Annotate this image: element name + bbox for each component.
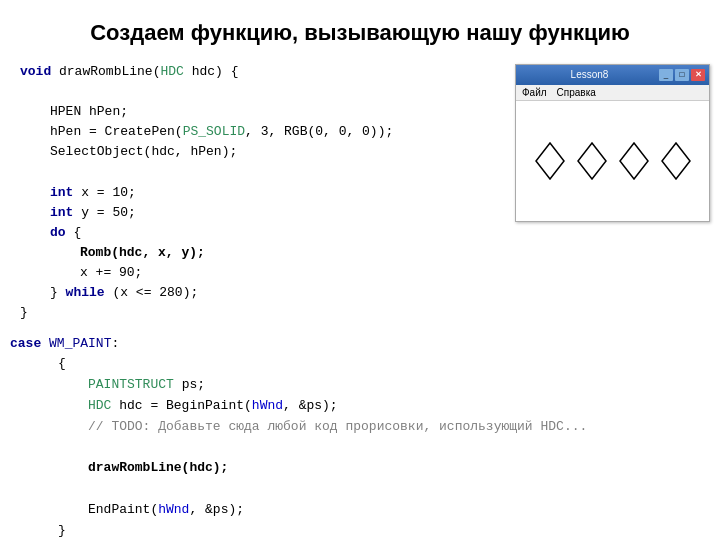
code-bottom-4: HDC hdc = BeginPaint(hWnd, &ps); [10,396,710,417]
code-line-7: do { [20,223,505,243]
code-line-3: hPen = CreatePen(PS_SOLID, 3, RGB(0, 0, … [20,122,505,142]
win-maximize-btn[interactable]: □ [675,69,689,81]
diamond-1 [534,141,566,181]
svg-marker-1 [578,143,606,179]
code-bottom-1: case WM_PAINT: [10,334,710,355]
win-titlebar: Lesson8 _ □ ✕ [516,65,709,85]
code-line-4: SelectObject(hdc, hPen); [20,142,505,162]
code-bottom-8: } [10,521,710,540]
code-line-10: } while (x <= 280); [20,283,505,303]
code-line-blank1 [20,82,505,102]
win-canvas [516,101,709,221]
code-bottom-2: { [10,354,710,375]
preview-window: Lesson8 _ □ ✕ Файл Справка [515,64,710,222]
svg-marker-3 [662,143,690,179]
code-bottom-3: PAINTSTRUCT ps; [10,375,710,396]
svg-marker-2 [620,143,648,179]
code-bottom-7: EndPaint(hWnd, &ps); [10,500,710,521]
code-line-8: Romb(hdc, x, y); [20,243,505,263]
page-title: Создаем функцию, вызывающую нашу функцию [0,0,720,62]
win-title-text: Lesson8 [520,69,659,80]
code-bottom-blank2 [10,479,710,500]
code-bottom-6: drawRombLine(hdc); [10,458,710,479]
code-line-6: int y = 50; [20,203,505,223]
code-line-9: x += 90; [20,263,505,283]
code-bottom: case WM_PAINT: { PAINTSTRUCT ps; HDC hdc… [0,324,720,540]
diamond-4 [660,141,692,181]
code-top: void drawRombLine(HDC hdc) { HPEN hPen; … [10,62,505,324]
win-minimize-btn[interactable]: _ [659,69,673,81]
win-close-btn[interactable]: ✕ [691,69,705,81]
code-line-2: HPEN hPen; [20,102,505,122]
diamond-3 [618,141,650,181]
code-line-5: int x = 10; [20,183,505,203]
code-bottom-blank [10,438,710,459]
win-menubar: Файл Справка [516,85,709,101]
code-line-blank2 [20,162,505,182]
svg-marker-0 [536,143,564,179]
win-controls: _ □ ✕ [659,69,705,81]
menu-help[interactable]: Справка [557,87,596,98]
menu-file[interactable]: Файл [522,87,547,98]
diamond-2 [576,141,608,181]
code-bottom-5: // TODO: Добавьте сюда любой код прорисо… [10,417,710,438]
code-line-11: } [20,303,505,323]
code-line-1: void drawRombLine(HDC hdc) { [20,62,505,82]
